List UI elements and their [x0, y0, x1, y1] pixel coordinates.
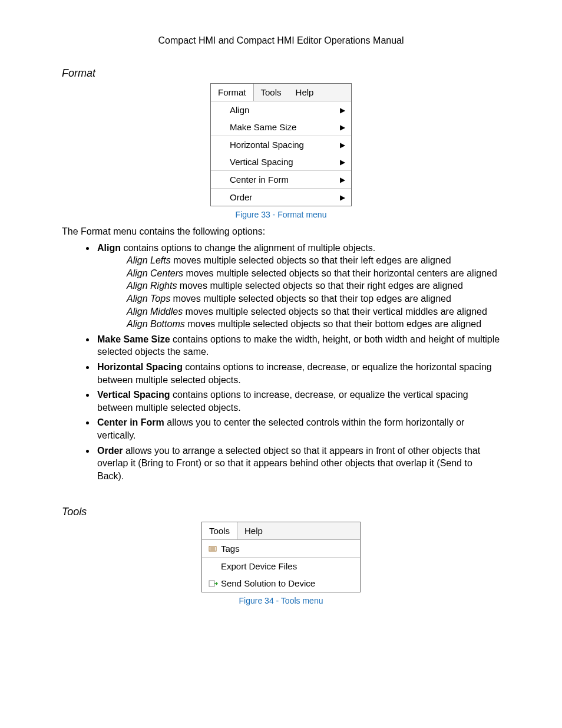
bullet-label: Horizontal Spacing	[97, 362, 183, 372]
menu-item-label: Send Solution to Device	[221, 578, 355, 588]
submenu-arrow-icon: ▶	[340, 123, 346, 131]
menubar-help[interactable]: Help	[289, 84, 321, 101]
tools-menu-figure: Tools Help Tags Export Device Files	[62, 522, 500, 605]
bullet-label: Vertical Spacing	[97, 390, 170, 400]
menu-item-center-in-form[interactable]: Center in Form ▶	[211, 171, 351, 188]
submenu-arrow-icon: ▶	[340, 141, 346, 149]
menubar-format[interactable]: Format	[211, 84, 254, 101]
list-item: Make Same Size contains options to make …	[96, 332, 500, 358]
tools-menu: Tools Help Tags Export Device Files	[201, 522, 361, 592]
list-item: Vertical Spacing contains options to inc…	[96, 387, 500, 414]
bullet-label: Order	[97, 446, 123, 456]
format-body-text: The Format menu contains the following o…	[62, 225, 500, 482]
list-item: Order allows you to arrange a selected o…	[96, 443, 500, 483]
menu-item-label: Center in Form	[230, 174, 340, 185]
sub-em: Align Rights	[127, 281, 177, 291]
menu-item-horizontal-spacing[interactable]: Horizontal Spacing ▶	[211, 136, 351, 153]
bullet-desc: allows you to arrange a selected object …	[97, 446, 480, 481]
page-header: Compact HMI and Compact HMI Editor Opera…	[62, 35, 500, 46]
sub-em: Align Middles	[127, 307, 183, 317]
bullet-label: Align	[97, 243, 121, 253]
menu-item-align[interactable]: Align ▶	[211, 101, 351, 118]
format-intro: The Format menu contains the following o…	[62, 225, 500, 238]
sub-em: Align Tops	[127, 294, 170, 304]
format-menu-figure: Format Tools Help Align ▶ Make Same Size…	[62, 83, 500, 219]
list-item: Horizontal Spacing contains options to i…	[96, 360, 500, 386]
tools-section-title: Tools	[62, 506, 500, 518]
sub-rest: moves multiple selected objects so that …	[177, 281, 463, 291]
sub-rest: moves multiple selected objects so that …	[171, 255, 451, 265]
menu-item-label: Make Same Size	[230, 122, 340, 132]
menu-item-make-same-size[interactable]: Make Same Size ▶	[211, 118, 351, 136]
svg-rect-4	[209, 581, 214, 587]
bullet-label: Center in Form	[97, 417, 164, 427]
menu-item-export-device-files[interactable]: Export Device Files	[202, 558, 360, 575]
menu-item-label: Vertical Spacing	[230, 157, 340, 167]
format-figure-caption: Figure 33 - Format menu	[62, 210, 500, 219]
list-item: Align contains options to change the ali…	[96, 241, 500, 331]
sub-em: Align Lefts	[127, 255, 171, 265]
menubar-help[interactable]: Help	[237, 522, 270, 539]
menu-item-label: Horizontal Spacing	[230, 140, 340, 150]
menu-item-vertical-spacing[interactable]: Vertical Spacing ▶	[211, 153, 351, 170]
menu-item-label: Tags	[221, 543, 355, 554]
menu-item-tags[interactable]: Tags	[202, 540, 360, 557]
format-menu: Format Tools Help Align ▶ Make Same Size…	[210, 83, 352, 206]
sub-rest: moves multiple selected objects so that …	[185, 319, 481, 329]
tools-menubar: Tools Help	[202, 522, 360, 540]
submenu-arrow-icon: ▶	[340, 193, 346, 202]
sub-rest: moves multiple selected objects so that …	[170, 294, 451, 304]
submenu-arrow-icon: ▶	[340, 176, 346, 184]
menu-item-label: Align	[230, 105, 340, 115]
send-icon	[206, 580, 221, 587]
tools-figure-caption: Figure 34 - Tools menu	[62, 596, 500, 605]
tags-icon	[206, 545, 221, 552]
menubar-tools[interactable]: Tools	[202, 522, 237, 539]
submenu-arrow-icon: ▶	[340, 158, 346, 166]
menu-item-order[interactable]: Order ▶	[211, 189, 351, 206]
list-item: Center in Form allows you to center the …	[96, 415, 500, 442]
menu-item-send-solution-to-device[interactable]: Send Solution to Device	[202, 575, 360, 592]
submenu-arrow-icon: ▶	[340, 106, 346, 114]
sub-em: Align Bottoms	[127, 319, 185, 329]
sub-rest: moves multiple selected objects so that …	[183, 307, 487, 317]
sub-em: Align Centers	[127, 268, 183, 278]
menu-item-label: Export Device Files	[221, 561, 355, 571]
bullet-label: Make Same Size	[97, 334, 170, 344]
format-menubar: Format Tools Help	[211, 84, 351, 101]
sub-rest: moves multiple selected objects so that …	[183, 268, 497, 278]
format-section-title: Format	[62, 67, 500, 80]
menubar-tools[interactable]: Tools	[254, 84, 289, 101]
menu-item-label: Order	[230, 192, 340, 202]
bullet-desc: contains options to change the alignment…	[121, 243, 375, 253]
